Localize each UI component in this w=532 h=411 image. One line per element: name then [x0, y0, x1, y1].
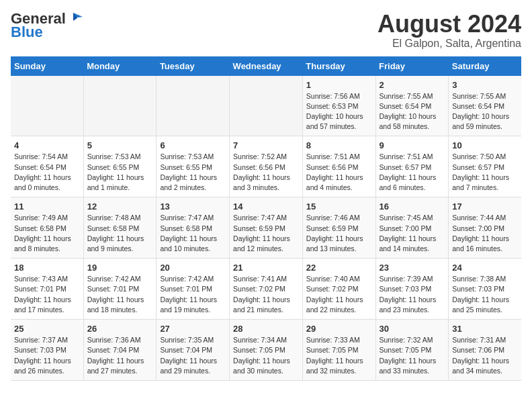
day-info: Sunrise: 7:52 AMSunset: 6:56 PMDaylight:…	[233, 152, 299, 193]
calendar-cell: 18Sunrise: 7:43 AMSunset: 7:01 PMDayligh…	[11, 259, 83, 320]
day-number: 18	[14, 263, 80, 273]
day-number: 7	[233, 140, 299, 150]
day-number: 10	[452, 140, 518, 150]
calendar-cell: 30Sunrise: 7:32 AMSunset: 7:05 PMDayligh…	[375, 320, 449, 381]
week-row: 1Sunrise: 7:56 AMSunset: 6:53 PMDaylight…	[11, 76, 521, 136]
column-header-saturday: Saturday	[449, 56, 521, 76]
day-info: Sunrise: 7:47 AMSunset: 6:58 PMDaylight:…	[160, 213, 226, 254]
day-info: Sunrise: 7:32 AMSunset: 7:05 PMDaylight:…	[380, 335, 445, 376]
calendar-cell: 27Sunrise: 7:35 AMSunset: 7:04 PMDayligh…	[157, 320, 230, 381]
day-number: 30	[380, 324, 445, 334]
week-row: 11Sunrise: 7:49 AMSunset: 6:58 PMDayligh…	[11, 197, 521, 259]
column-header-sunday: Sunday	[11, 56, 83, 76]
day-number: 31	[452, 324, 518, 334]
day-info: Sunrise: 7:49 AMSunset: 6:58 PMDaylight:…	[14, 213, 80, 254]
column-header-monday: Monday	[83, 56, 157, 76]
day-info: Sunrise: 7:37 AMSunset: 7:03 PMDaylight:…	[14, 335, 80, 376]
calendar-cell: 7Sunrise: 7:52 AMSunset: 6:56 PMDaylight…	[230, 136, 303, 197]
day-info: Sunrise: 7:34 AMSunset: 7:05 PMDaylight:…	[233, 335, 299, 376]
day-number: 16	[380, 201, 445, 212]
day-number: 24	[452, 263, 518, 273]
day-info: Sunrise: 7:55 AMSunset: 6:54 PMDaylight:…	[452, 91, 518, 132]
week-row: 4Sunrise: 7:54 AMSunset: 6:54 PMDaylight…	[11, 136, 521, 197]
day-number: 9	[380, 140, 445, 150]
day-info: Sunrise: 7:47 AMSunset: 6:59 PMDaylight:…	[233, 213, 299, 254]
calendar-cell: 14Sunrise: 7:47 AMSunset: 6:59 PMDayligh…	[230, 197, 303, 259]
calendar-cell: 26Sunrise: 7:36 AMSunset: 7:04 PMDayligh…	[83, 320, 157, 381]
calendar-cell: 5Sunrise: 7:53 AMSunset: 6:55 PMDaylight…	[83, 136, 157, 197]
calendar-subtitle: El Galpon, Salta, Argentina	[378, 38, 521, 50]
calendar-cell: 9Sunrise: 7:51 AMSunset: 6:57 PMDaylight…	[375, 136, 449, 197]
day-info: Sunrise: 7:42 AMSunset: 7:01 PMDaylight:…	[87, 274, 153, 315]
calendar-cell: 10Sunrise: 7:50 AMSunset: 6:57 PMDayligh…	[449, 136, 521, 197]
day-info: Sunrise: 7:40 AMSunset: 7:02 PMDaylight:…	[306, 274, 372, 315]
day-info: Sunrise: 7:39 AMSunset: 7:03 PMDaylight:…	[380, 274, 445, 315]
column-header-wednesday: Wednesday	[230, 56, 303, 76]
calendar-cell	[230, 76, 303, 136]
day-number: 1	[306, 80, 372, 90]
day-number: 29	[306, 324, 372, 334]
calendar-header-row: SundayMondayTuesdayWednesdayThursdayFrid…	[11, 56, 521, 76]
calendar-cell	[83, 76, 157, 136]
day-number: 5	[87, 140, 153, 150]
day-info: Sunrise: 7:43 AMSunset: 7:01 PMDaylight:…	[14, 274, 80, 315]
calendar-cell: 17Sunrise: 7:44 AMSunset: 7:00 PMDayligh…	[449, 197, 521, 259]
calendar-cell: 16Sunrise: 7:45 AMSunset: 7:00 PMDayligh…	[375, 197, 449, 259]
calendar-cell: 1Sunrise: 7:56 AMSunset: 6:53 PMDaylight…	[302, 76, 375, 136]
day-number: 11	[14, 201, 80, 212]
calendar-cell: 12Sunrise: 7:48 AMSunset: 6:58 PMDayligh…	[83, 197, 157, 259]
day-number: 4	[14, 140, 80, 150]
day-number: 8	[306, 140, 372, 150]
day-number: 13	[160, 201, 226, 212]
day-number: 3	[452, 80, 518, 90]
calendar-cell: 3Sunrise: 7:55 AMSunset: 6:54 PMDaylight…	[449, 76, 521, 136]
day-number: 6	[160, 140, 226, 150]
day-info: Sunrise: 7:55 AMSunset: 6:54 PMDaylight:…	[380, 91, 445, 132]
calendar-cell: 25Sunrise: 7:37 AMSunset: 7:03 PMDayligh…	[11, 320, 83, 381]
day-info: Sunrise: 7:35 AMSunset: 7:04 PMDaylight:…	[160, 335, 226, 376]
header: General Blue August 2024 El Galpon, Salt…	[11, 11, 521, 50]
logo-bird-icon	[68, 11, 83, 24]
calendar-cell: 8Sunrise: 7:51 AMSunset: 6:56 PMDaylight…	[302, 136, 375, 197]
day-number: 23	[380, 263, 445, 273]
day-number: 27	[160, 324, 226, 334]
day-number: 21	[233, 263, 299, 273]
day-info: Sunrise: 7:42 AMSunset: 7:01 PMDaylight:…	[160, 274, 226, 315]
day-info: Sunrise: 7:53 AMSunset: 6:55 PMDaylight:…	[160, 152, 226, 193]
calendar-cell: 13Sunrise: 7:47 AMSunset: 6:58 PMDayligh…	[157, 197, 230, 259]
calendar-cell: 31Sunrise: 7:31 AMSunset: 7:06 PMDayligh…	[449, 320, 521, 381]
logo-blue-text: Blue	[11, 24, 43, 40]
day-info: Sunrise: 7:33 AMSunset: 7:05 PMDaylight:…	[306, 335, 372, 376]
day-info: Sunrise: 7:36 AMSunset: 7:04 PMDaylight:…	[87, 335, 153, 376]
calendar-cell	[157, 76, 230, 136]
calendar-cell	[11, 76, 83, 136]
day-info: Sunrise: 7:50 AMSunset: 6:57 PMDaylight:…	[452, 152, 518, 193]
day-info: Sunrise: 7:46 AMSunset: 6:59 PMDaylight:…	[306, 213, 372, 254]
calendar-cell: 6Sunrise: 7:53 AMSunset: 6:55 PMDaylight…	[157, 136, 230, 197]
calendar-cell: 19Sunrise: 7:42 AMSunset: 7:01 PMDayligh…	[83, 259, 157, 320]
calendar-cell: 15Sunrise: 7:46 AMSunset: 6:59 PMDayligh…	[302, 197, 375, 259]
calendar-cell: 23Sunrise: 7:39 AMSunset: 7:03 PMDayligh…	[375, 259, 449, 320]
week-row: 25Sunrise: 7:37 AMSunset: 7:03 PMDayligh…	[11, 320, 521, 381]
week-row: 18Sunrise: 7:43 AMSunset: 7:01 PMDayligh…	[11, 259, 521, 320]
day-number: 22	[306, 263, 372, 273]
day-info: Sunrise: 7:51 AMSunset: 6:56 PMDaylight:…	[306, 152, 372, 193]
title-area: August 2024 El Galpon, Salta, Argentina	[378, 11, 521, 50]
calendar-table: SundayMondayTuesdayWednesdayThursdayFrid…	[11, 56, 521, 381]
day-number: 12	[87, 201, 153, 212]
calendar-cell: 2Sunrise: 7:55 AMSunset: 6:54 PMDaylight…	[375, 76, 449, 136]
day-number: 20	[160, 263, 226, 273]
calendar-cell: 11Sunrise: 7:49 AMSunset: 6:58 PMDayligh…	[11, 197, 83, 259]
day-info: Sunrise: 7:48 AMSunset: 6:58 PMDaylight:…	[87, 213, 153, 254]
calendar-cell: 21Sunrise: 7:41 AMSunset: 7:02 PMDayligh…	[230, 259, 303, 320]
calendar-cell: 20Sunrise: 7:42 AMSunset: 7:01 PMDayligh…	[157, 259, 230, 320]
day-number: 14	[233, 201, 299, 212]
column-header-thursday: Thursday	[302, 56, 375, 76]
calendar-cell: 29Sunrise: 7:33 AMSunset: 7:05 PMDayligh…	[302, 320, 375, 381]
calendar-cell: 28Sunrise: 7:34 AMSunset: 7:05 PMDayligh…	[230, 320, 303, 381]
day-info: Sunrise: 7:56 AMSunset: 6:53 PMDaylight:…	[306, 91, 372, 132]
calendar-cell: 4Sunrise: 7:54 AMSunset: 6:54 PMDaylight…	[11, 136, 83, 197]
column-header-friday: Friday	[375, 56, 449, 76]
day-info: Sunrise: 7:38 AMSunset: 7:03 PMDaylight:…	[452, 274, 518, 315]
day-info: Sunrise: 7:44 AMSunset: 7:00 PMDaylight:…	[452, 213, 518, 254]
